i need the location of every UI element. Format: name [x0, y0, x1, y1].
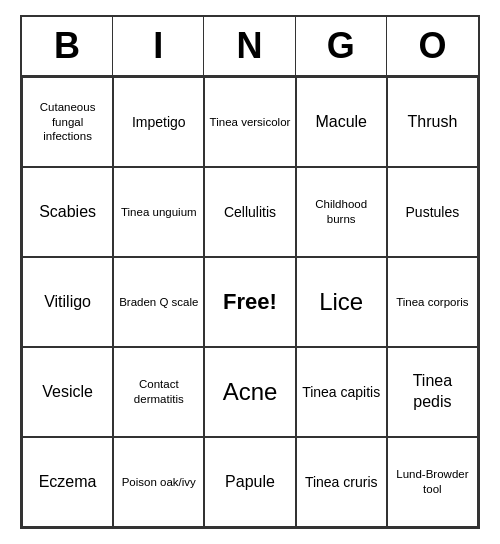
bingo-grid: Cutaneous fungal infectionsImpetigoTinea…	[22, 77, 478, 527]
bingo-cell-21: Poison oak/ivy	[113, 437, 204, 527]
bingo-cell-3: Macule	[296, 77, 387, 167]
bingo-cell-11: Braden Q scale	[113, 257, 204, 347]
bingo-cell-20: Eczema	[22, 437, 113, 527]
header-letter-n: N	[204, 17, 295, 75]
bingo-cell-10: Vitiligo	[22, 257, 113, 347]
bingo-cell-12: Free!	[204, 257, 295, 347]
bingo-cell-6: Tinea unguium	[113, 167, 204, 257]
bingo-cell-1: Impetigo	[113, 77, 204, 167]
bingo-header: BINGO	[22, 17, 478, 77]
bingo-cell-18: Tinea capitis	[296, 347, 387, 437]
header-letter-b: B	[22, 17, 113, 75]
bingo-cell-13: Lice	[296, 257, 387, 347]
bingo-cell-2: Tinea versicolor	[204, 77, 295, 167]
bingo-cell-22: Papule	[204, 437, 295, 527]
bingo-cell-4: Thrush	[387, 77, 478, 167]
header-letter-i: I	[113, 17, 204, 75]
bingo-cell-23: Tinea cruris	[296, 437, 387, 527]
header-letter-o: O	[387, 17, 478, 75]
bingo-cell-7: Cellulitis	[204, 167, 295, 257]
bingo-cell-8: Childhood burns	[296, 167, 387, 257]
bingo-cell-19: Tinea pedis	[387, 347, 478, 437]
bingo-cell-24: Lund-Browder tool	[387, 437, 478, 527]
bingo-card: BINGO Cutaneous fungal infectionsImpetig…	[20, 15, 480, 529]
bingo-cell-16: Contact dermatitis	[113, 347, 204, 437]
bingo-cell-9: Pustules	[387, 167, 478, 257]
bingo-cell-17: Acne	[204, 347, 295, 437]
header-letter-g: G	[296, 17, 387, 75]
bingo-cell-5: Scabies	[22, 167, 113, 257]
bingo-cell-14: Tinea corporis	[387, 257, 478, 347]
bingo-cell-0: Cutaneous fungal infections	[22, 77, 113, 167]
bingo-cell-15: Vesicle	[22, 347, 113, 437]
